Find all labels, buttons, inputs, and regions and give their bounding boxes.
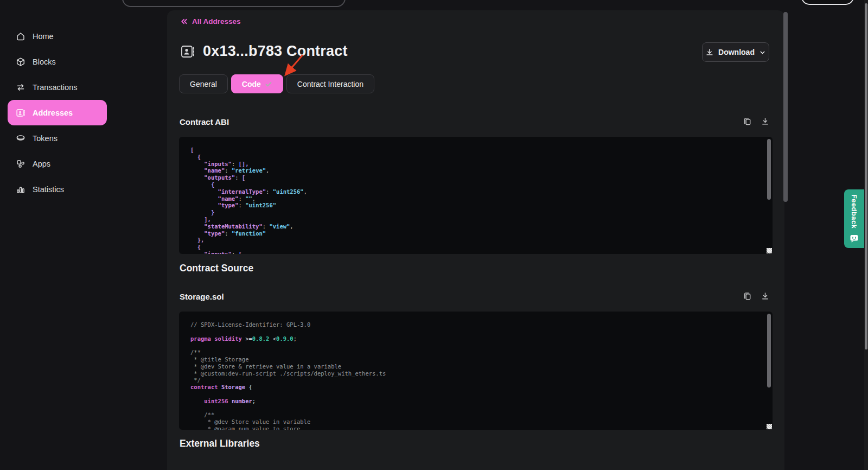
abi-scrollbar-thumb[interactable] (767, 139, 771, 200)
code-line: "internalType": "uint256", (190, 188, 773, 195)
code-line (190, 405, 773, 412)
code-line: pragma solidity >=0.8.2 <0.9.0; (190, 335, 773, 342)
contract-abi-title: Contract ABI (180, 117, 229, 126)
page-title: 0x13...b783 Contract (203, 43, 348, 60)
transactions-icon (16, 82, 25, 92)
code-line: "inputs": [ (190, 251, 773, 254)
code-line: * @param num value to store (190, 425, 773, 430)
page-scrollbar[interactable] (864, 0, 868, 470)
tab-code[interactable]: Code (231, 74, 283, 93)
code-line: * @custom:dev-run-script ./scripts/deplo… (190, 370, 773, 377)
contract-abi-code: [ { "inputs": [], "name": "retrieve", "o… (179, 137, 773, 254)
tab-general[interactable]: General (179, 74, 228, 93)
sidebar-item-statistics[interactable]: Statistics (8, 176, 107, 202)
breadcrumb-label: All Addresses (192, 17, 241, 26)
code-line: * @title Storage (190, 356, 773, 363)
contract-abi-actions (743, 117, 770, 126)
copy-icon[interactable] (743, 291, 752, 301)
contract-source-heading: Contract Source (180, 263, 253, 274)
download-button[interactable]: Download (702, 42, 769, 62)
tab-label: Code (242, 80, 261, 88)
code-line: * @dev Store value in variable (190, 418, 773, 425)
blocks-icon (16, 57, 25, 67)
breadcrumb[interactable]: All Addresses (180, 17, 241, 26)
tab-label: Contract Interaction (297, 80, 363, 88)
abi-resize-grip[interactable] (767, 248, 772, 253)
code-line: } (190, 209, 773, 216)
feedback-label: Feedback (850, 194, 858, 228)
chevron-down-icon (759, 49, 766, 56)
chevrons-left-icon (180, 17, 188, 26)
check-icon (265, 80, 272, 88)
source-resize-grip[interactable] (767, 424, 772, 429)
contract-abi-code-block[interactable]: [ { "inputs": [], "name": "retrieve", "o… (179, 137, 773, 254)
code-line (190, 391, 773, 398)
sidebar-item-label: Blocks (33, 58, 56, 66)
code-line: "stateMutability": "view", (190, 223, 773, 230)
apps-icon (16, 159, 25, 169)
sidebar-item-transactions[interactable]: Transactions (8, 74, 107, 100)
code-line: }, (190, 237, 773, 244)
addresses-icon (16, 108, 25, 118)
chat-bubble-icon (850, 234, 859, 243)
main-content: All Addresses 0x13...b783 Contract Downl… (167, 10, 784, 470)
download-file-icon[interactable] (761, 291, 770, 301)
sidebar-item-label: Tokens (33, 134, 58, 143)
source-code: // SPDX-License-Identifier: GPL-3.0 prag… (179, 312, 773, 430)
code-line: * @dev Store & retrieve value in a varia… (190, 363, 773, 370)
download-file-icon[interactable] (761, 117, 770, 126)
code-line: { (190, 154, 773, 161)
tokens-icon (16, 134, 25, 143)
external-libraries-heading: External Libraries (180, 438, 260, 449)
tab-label: General (190, 80, 217, 88)
code-line: "outputs": [ (190, 174, 773, 181)
code-line: "type": "function" (190, 230, 773, 237)
statistics-icon (16, 185, 25, 194)
source-file-name: Storage.sol (180, 292, 224, 301)
sidebar-item-addresses[interactable]: Addresses (8, 100, 107, 125)
panel-scrollbar-thumb[interactable] (783, 12, 788, 202)
sidebar-item-apps[interactable]: Apps (8, 151, 107, 176)
source-scrollbar-thumb[interactable] (767, 314, 771, 388)
code-line: // SPDX-License-Identifier: GPL-3.0 (190, 321, 773, 328)
sidebar-item-blocks[interactable]: Blocks (8, 49, 107, 74)
code-line: /** (190, 349, 773, 356)
sidebar-item-label: Home (33, 32, 54, 41)
sidebar-item-label: Apps (33, 160, 50, 168)
code-line: */ (190, 377, 773, 384)
copy-icon[interactable] (743, 117, 752, 126)
code-line: uint256 number; (190, 398, 773, 405)
code-line: "type": "uint256" (190, 202, 773, 209)
code-line (190, 342, 773, 349)
page-scrollbar-thumb[interactable] (865, 3, 867, 350)
code-line: [ (190, 147, 773, 154)
sidebar-nav: HomeBlocksTransactionsAddressesTokensApp… (0, 23, 107, 202)
topbar-button-partial[interactable] (801, 0, 854, 5)
feedback-button[interactable]: Feedback (844, 189, 864, 248)
code-line: "name": "", (190, 195, 773, 202)
page: HomeBlocksTransactionsAddressesTokensApp… (0, 0, 868, 470)
code-line: { (190, 244, 773, 251)
code-line: ], (190, 216, 773, 223)
contract-card-icon (180, 43, 196, 60)
code-line: "inputs": [], (190, 161, 773, 168)
sidebar-item-label: Transactions (33, 83, 77, 92)
source-code-block[interactable]: // SPDX-License-Identifier: GPL-3.0 prag… (179, 312, 773, 430)
download-button-label: Download (718, 48, 755, 56)
tab-contract-interaction[interactable]: Contract Interaction (286, 74, 374, 93)
sidebar-item-home[interactable]: Home (8, 23, 107, 49)
tabs: GeneralCodeContract Interaction (179, 74, 374, 93)
sidebar-item-tokens[interactable]: Tokens (8, 125, 107, 151)
code-line: { (190, 181, 773, 188)
sidebar-item-label: Addresses (33, 109, 73, 117)
code-line: contract Storage { (190, 384, 773, 391)
sidebar: HomeBlocksTransactionsAddressesTokensApp… (0, 0, 167, 470)
download-icon (705, 48, 714, 56)
source-file-actions (743, 291, 770, 301)
code-line: /** (190, 411, 773, 418)
home-icon (16, 31, 25, 41)
code-line: "name": "retrieve", (190, 167, 773, 174)
sidebar-item-label: Statistics (33, 185, 64, 194)
code-line (190, 328, 773, 335)
title-row: 0x13...b783 Contract (180, 43, 348, 60)
